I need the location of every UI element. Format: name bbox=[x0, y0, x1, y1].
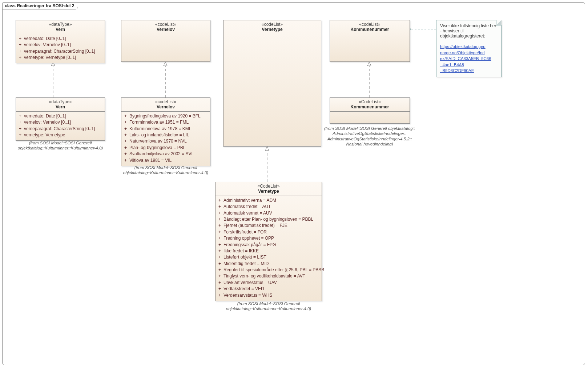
from-note-vernetype: (from SOSI Model::SOSI Generell objektka… bbox=[215, 301, 322, 312]
class-vernetype-bottom: «CodeList» Vernetype +Administrativt ver… bbox=[215, 182, 322, 301]
stereotype: «codeList» bbox=[332, 22, 407, 27]
stereotype: «dataType» bbox=[18, 99, 102, 104]
class-name: Kommunenummer bbox=[332, 104, 407, 109]
class-name: Kommunenummer bbox=[332, 27, 407, 32]
class-name: Vern bbox=[18, 104, 102, 109]
attributes: +vernedato: Date [0..1] +vernelov: Verne… bbox=[16, 112, 105, 141]
stereotype: «codeList» bbox=[124, 22, 208, 27]
frame-name: Realiseringer fra SOSI-del 2 bbox=[17, 3, 74, 8]
attributes-empty bbox=[223, 34, 321, 149]
note-text: Viser ikke fullstendig liste her - henvi… bbox=[440, 23, 498, 39]
class-vernelov-top: «codeList» Vernelov bbox=[121, 20, 210, 62]
attributes: +vernedato: Date [0..1] +vernelov: Verne… bbox=[16, 34, 105, 63]
class-name: Vernetype bbox=[226, 27, 319, 32]
class-vernelov-bottom: «codeList» Vernelov +Bygningsfredingslov… bbox=[121, 97, 210, 166]
stereotype: «CodeList» bbox=[332, 99, 407, 104]
diagram-canvas: class Realiseringer fra SOSI-del 2 «data… bbox=[0, 0, 588, 368]
attributes-empty bbox=[330, 112, 410, 125]
class-kommunenummer-top: «codeList» Kommunenummer bbox=[330, 20, 410, 62]
from-note-vern: (from SOSI Model::SOSI Generell objektka… bbox=[16, 140, 105, 151]
from-note-kommunenummer: (from SOSI Model::SOSI Generell objektka… bbox=[321, 126, 419, 147]
attributes-empty bbox=[330, 34, 410, 64]
class-name: Vernetype bbox=[218, 189, 319, 194]
class-name: Vernelov bbox=[124, 27, 208, 32]
class-name: Vernelov bbox=[124, 104, 208, 109]
stereotype: «codeList» bbox=[124, 99, 208, 104]
frame-title: class Realiseringer fra SOSI-del 2 bbox=[2, 2, 78, 9]
stereotype: «CodeList» bbox=[218, 184, 319, 189]
stereotype: «dataType» bbox=[18, 22, 102, 27]
from-note-vernelov: (from SOSI Model::SOSI Generell objektka… bbox=[121, 165, 210, 176]
frame-keyword: class bbox=[5, 3, 16, 8]
attributes-empty bbox=[121, 34, 210, 64]
class-kommunenummer-bottom: «CodeList» Kommunenummer bbox=[330, 97, 410, 124]
note-link[interactable]: https://objektkatalog.geo norge.no/Objek… bbox=[440, 44, 491, 73]
stereotype: «codeList» bbox=[226, 22, 319, 27]
class-vern-bottom: «dataType» Vern +vernedato: Date [0..1] … bbox=[16, 97, 105, 141]
class-vernetype-top: «codeList» Vernetype bbox=[223, 20, 321, 147]
attributes: +Administrativt verna = ADM +Automatisk … bbox=[216, 196, 322, 301]
note-box: Viser ikke fullstendig liste her - henvi… bbox=[436, 20, 502, 77]
attributes: +Bygningsfredingslova av 1920 = BFL +For… bbox=[121, 112, 210, 166]
class-name: Vern bbox=[18, 27, 102, 32]
class-vern-top: «dataType» Vern +vernedato: Date [0..1] … bbox=[16, 20, 105, 63]
